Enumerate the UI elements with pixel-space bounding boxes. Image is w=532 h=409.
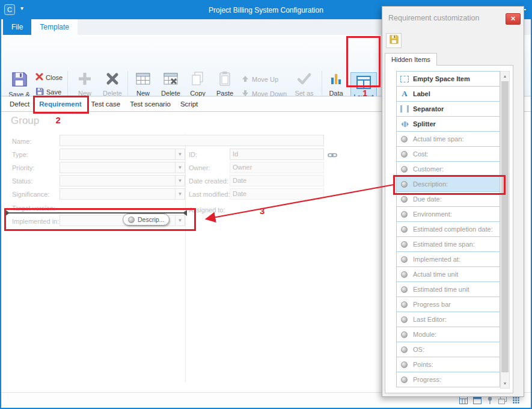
ribbon-tab-template[interactable]: Template [31, 19, 78, 35]
scroll-up-icon[interactable]: ▲ [501, 72, 509, 81]
name-label: Name: [12, 138, 31, 145]
scroll-down-icon[interactable]: ▼ [501, 379, 509, 388]
tab-hidden-items[interactable]: Hidden Items [385, 53, 437, 66]
hidden-item-os[interactable]: OS: [396, 342, 500, 357]
values-delete-button[interactable]: Delete [157, 71, 185, 97]
doc-tab-defect[interactable]: Defect [5, 97, 34, 111]
annotation-number-3: 3 [260, 206, 264, 216]
last-modified-label: Last modified: [189, 191, 230, 198]
hidden-item-label[interactable]: ALabel [396, 86, 500, 102]
hidden-item-label: Due date: [413, 195, 442, 203]
paste-button[interactable]: Paste [211, 71, 239, 97]
field-bullet-icon [401, 196, 408, 203]
dropdown-arrow-icon: ▼ [175, 162, 185, 173]
last-modified-input: Date [230, 188, 324, 200]
field-bullet-icon [401, 301, 408, 308]
hidden-item-actual-time-span[interactable]: Actual time span: [396, 131, 500, 147]
doc-tab-test-scenario[interactable]: Test scenario [125, 97, 176, 111]
close-button[interactable]: Close [35, 73, 63, 82]
significance-label: Significance: [12, 191, 49, 198]
hidden-item-label: Environment: [413, 211, 452, 218]
dropdown-arrow-icon: ▼ [175, 189, 185, 199]
hidden-item-label: Empty Space Item [413, 75, 470, 82]
status-window-icon[interactable] [473, 396, 482, 404]
field-bullet-icon [401, 331, 408, 338]
type-combobox: ▼ [60, 149, 185, 160]
field-bullet-icon [401, 256, 408, 263]
move-up-label: Move Up [252, 76, 278, 83]
status-combobox: ▼ [60, 175, 185, 186]
fields-delete-button: Delete [99, 71, 126, 97]
hidden-item-splitter[interactable]: Splitter [396, 116, 500, 132]
field-bullet-icon [401, 151, 408, 158]
hidden-item-label: Last Editor: [413, 316, 447, 323]
hidden-item-environment[interactable]: Environment: [396, 206, 500, 222]
field-bullet-icon [401, 211, 408, 218]
save-layout-button[interactable] [386, 33, 402, 48]
hidden-item-label: Separator [413, 105, 444, 112]
hidden-item-module[interactable]: Module: [396, 327, 500, 342]
field-bullet-icon [401, 361, 408, 368]
drag-ghost-description[interactable]: Descrip... [123, 214, 170, 226]
hidden-item-actual-time-unit[interactable]: Actual time unit [396, 266, 500, 282]
status-pin-icon[interactable] [487, 396, 493, 405]
field-bullet-icon [401, 166, 408, 173]
save-icon [35, 87, 44, 97]
drop-arrow-left-icon [5, 210, 10, 216]
owner-input: Owner [230, 162, 324, 173]
table-delete-icon [163, 71, 179, 88]
hidden-item-cost[interactable]: Cost: [396, 146, 500, 162]
dropdown-arrow-icon: ▼ [175, 176, 185, 186]
date-created-input: Date [230, 175, 324, 186]
close-red-x-icon [35, 73, 43, 82]
hidden-item-last-editor[interactable]: Last Editor: [396, 312, 500, 327]
values-new-button[interactable]: New [130, 71, 156, 97]
hidden-item-empty-space-item[interactable]: Empty Space Item [396, 71, 500, 87]
copy-button[interactable]: Copy [186, 71, 210, 97]
hidden-item-label: Estimated time span: [413, 241, 475, 248]
application-window: C ▾ Project Billing System Configuration… [0, 0, 532, 409]
vertical-scrollbar[interactable]: ▲ ▼ [500, 71, 510, 389]
hidden-item-customer[interactable]: Customer: [396, 161, 500, 177]
hidden-item-estimated-time-unit[interactable]: Estimated time unit [396, 281, 500, 297]
status-grid-icon[interactable] [459, 396, 468, 404]
assigned-to-label: Assigned to: [189, 206, 225, 214]
save-button[interactable]: Save [35, 87, 61, 97]
paste-icon [218, 71, 232, 88]
data-button[interactable]: Data [325, 71, 347, 97]
hidden-item-progress[interactable]: Progress: [396, 372, 500, 387]
hidden-item-implemented-at[interactable]: Implemented at: [396, 251, 500, 267]
x-icon [105, 71, 120, 88]
field-bullet-icon [401, 241, 408, 248]
scrollbar-thumb[interactable] [501, 81, 509, 372]
customization-close-button[interactable]: × [506, 13, 521, 25]
label-icon: A [400, 89, 409, 99]
hidden-item-label: OS: [413, 346, 424, 353]
column-divider [185, 134, 186, 383]
hidden-item-label: Module: [413, 331, 436, 338]
arrow-up-icon [241, 75, 249, 84]
hidden-item-points[interactable]: Points: [396, 357, 500, 372]
hidden-item-label: Customer: [413, 165, 444, 173]
field-bullet-icon [401, 316, 408, 323]
hidden-item-description[interactable]: Description: [396, 176, 500, 192]
hidden-item-estimated-time-span[interactable]: Estimated time span: [396, 236, 500, 252]
hidden-item-label: Progress bar [413, 301, 451, 308]
status-dots-grid-icon[interactable] [512, 396, 520, 404]
doc-tab-script[interactable]: Script [176, 97, 203, 111]
save-close-icon [11, 71, 28, 89]
id-label: ID: [189, 151, 197, 158]
plus-icon [77, 71, 93, 88]
separator-icon [400, 105, 409, 112]
hidden-item-due-date[interactable]: Due date: [396, 191, 500, 207]
ribbon-tab-file[interactable]: File [3, 19, 31, 35]
doc-tab-requirement[interactable]: Requirement [34, 97, 86, 111]
doc-tab-test-case[interactable]: Test case [87, 97, 126, 111]
hidden-item-label: Actual time span: [413, 135, 463, 143]
hidden-item-progress-bar[interactable]: Progress bar [396, 297, 500, 312]
status-cards-icon[interactable] [498, 396, 507, 404]
hidden-item-separator[interactable]: Separator [396, 101, 500, 117]
hidden-item-estimated-completion-date[interactable]: Estimated completion date: [396, 221, 500, 237]
splitter-icon [400, 121, 409, 128]
save-floppy-icon [389, 34, 399, 47]
